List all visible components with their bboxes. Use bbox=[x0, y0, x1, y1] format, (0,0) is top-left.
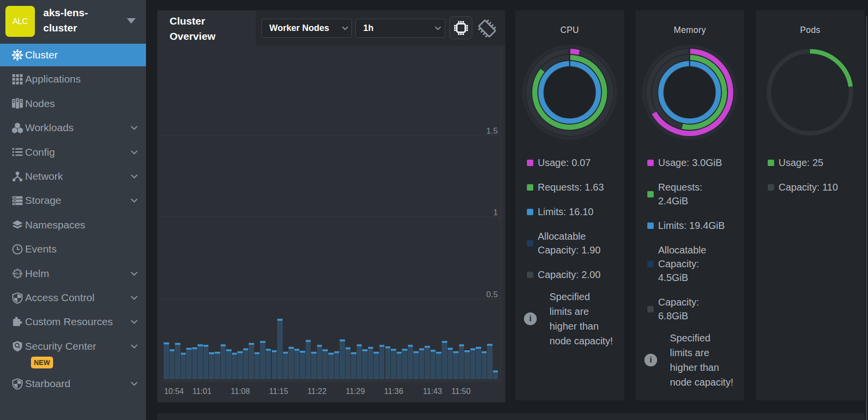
svg-text:HELM: HELM bbox=[14, 272, 21, 275]
